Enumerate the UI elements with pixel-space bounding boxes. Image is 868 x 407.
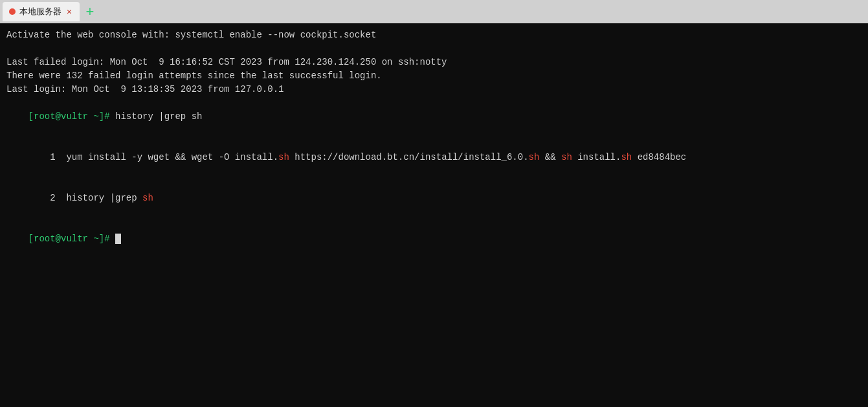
terminal[interactable]: Activate the web console with: systemctl… (0, 23, 868, 407)
command-1: history |grep sh (115, 111, 202, 122)
terminal-line-5: Last login: Mon Oct 9 13:18:35 2023 from… (6, 83, 862, 96)
tab-label: 本地服务器 (19, 6, 61, 17)
sh-highlight-2: sh (529, 152, 540, 162)
terminal-line-4: There were 132 failed login attempts sin… (6, 69, 862, 83)
terminal-line-9: [root@vultr ~]# (6, 219, 862, 259)
result-1-install: install. (572, 152, 621, 162)
tab-bar: 本地服务器 ✕ + (0, 0, 868, 23)
terminal-line-1: Activate the web console with: systemctl… (6, 28, 862, 42)
result-1-prefix: 1 yum install -y wget && wget -O install… (28, 152, 278, 162)
result-1-end: ed8484bec (632, 152, 686, 162)
terminal-line-7: 1 yum install -y wget && wget -O install… (6, 137, 862, 178)
terminal-line-blank (6, 42, 862, 56)
result-1-middle: https://download.bt.cn/install/install_6… (289, 152, 529, 162)
tab-close-button[interactable]: ✕ (65, 6, 73, 17)
add-tab-button[interactable]: + (82, 4, 98, 19)
terminal-line-3: Last failed login: Mon Oct 9 16:16:52 CS… (6, 56, 862, 69)
sh-highlight-5: sh (142, 193, 153, 203)
sh-highlight-1: sh (278, 152, 289, 162)
result-1-and: && (539, 152, 561, 162)
sh-highlight-4: sh (621, 152, 632, 162)
cursor-block (115, 234, 121, 244)
prompt-2: [root@vultr ~]# (28, 234, 115, 244)
prompt-1: [root@vultr ~]# (28, 111, 115, 122)
terminal-line-6: [root@vultr ~]# history |grep sh (6, 96, 862, 137)
server-tab[interactable]: 本地服务器 ✕ (3, 2, 80, 21)
terminal-line-8: 2 history |grep sh (6, 178, 862, 219)
tab-status-dot (9, 8, 16, 15)
sh-highlight-3: sh (561, 152, 572, 162)
result-2-prefix: 2 history |grep (28, 193, 142, 203)
